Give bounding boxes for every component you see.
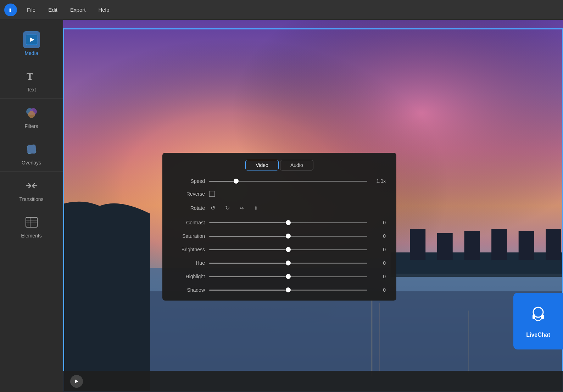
svg-rect-9	[27, 145, 36, 154]
filters-icon	[24, 105, 39, 120]
livechat-button[interactable]: LiveChat	[513, 293, 563, 349]
shadow-slider[interactable]	[209, 286, 367, 293]
svg-text:i!: i!	[9, 7, 11, 13]
menu-file[interactable]: File	[24, 5, 38, 14]
svg-text:T: T	[27, 71, 33, 82]
hue-row: Hue 0	[173, 259, 386, 267]
menu-edit[interactable]: Edit	[45, 5, 60, 14]
shadow-value: 0	[372, 287, 386, 293]
svg-marker-34	[75, 380, 78, 383]
sidebar-item-transitions[interactable]: Transitions	[0, 172, 63, 208]
svg-rect-10	[26, 217, 37, 227]
sidebar-label-text: Text	[27, 87, 36, 93]
highlight-slider[interactable]	[209, 273, 367, 280]
menu-export[interactable]: Export	[67, 5, 88, 14]
elements-icon	[24, 215, 39, 229]
sidebar-label-elements: Elements	[21, 233, 41, 239]
svg-rect-22	[464, 231, 480, 260]
reverse-label: Reverse	[173, 191, 205, 197]
hue-value: 0	[372, 260, 386, 266]
brightness-label: Brightness	[173, 247, 205, 252]
sidebar-item-media[interactable]: Media	[0, 26, 63, 62]
sidebar-label-overlays: Overlays	[22, 160, 41, 166]
speed-value: 1.0x	[372, 178, 386, 184]
livechat-label: LiveChat	[526, 332, 550, 338]
svg-rect-21	[437, 233, 453, 261]
contrast-value: 0	[372, 220, 386, 225]
sidebar-item-elements[interactable]: Elements	[0, 208, 63, 244]
content-area: Video Audio Speed 1.0x Reverse	[63, 20, 563, 392]
svg-rect-30	[468, 310, 469, 373]
svg-point-7	[28, 111, 35, 118]
flip-vertical-button[interactable]: ⇕	[252, 204, 260, 212]
sidebar-label-filters: Filters	[24, 123, 38, 129]
highlight-row: Highlight 0	[173, 273, 386, 280]
media-icon	[25, 33, 38, 46]
app-logo: i!	[4, 4, 17, 16]
speed-label: Speed	[173, 178, 205, 184]
sidebar-label-transitions: Transitions	[19, 196, 44, 202]
contrast-slider[interactable]	[209, 219, 367, 226]
rotate-label: Rotate	[173, 205, 205, 211]
sidebar-item-filters[interactable]: Filters	[0, 99, 63, 135]
rotate-row: Rotate ↺ ↻ ⇔ ⇕	[173, 203, 386, 213]
reverse-row: Reverse	[173, 191, 386, 197]
sidebar: Media T Text Filters	[0, 20, 63, 392]
properties-panel: Video Audio Speed 1.0x Reverse	[162, 153, 396, 301]
menu-help[interactable]: Help	[95, 5, 112, 14]
brightness-value: 0	[372, 247, 386, 252]
shadow-label: Shadow	[173, 287, 205, 293]
contrast-row: Contrast 0	[173, 219, 386, 226]
svg-rect-20	[410, 229, 425, 261]
rotate-cw-button[interactable]: ↻	[224, 203, 231, 213]
text-icon: T	[24, 69, 39, 83]
rotate-ccw-button[interactable]: ↺	[209, 203, 217, 213]
saturation-value: 0	[372, 233, 386, 239]
sidebar-label-media: Media	[24, 50, 38, 56]
sidebar-item-overlays[interactable]: Overlays	[0, 135, 63, 172]
svg-rect-23	[491, 229, 507, 261]
main-layout: Media T Text Filters	[0, 20, 563, 392]
play-button[interactable]	[70, 375, 83, 388]
brightness-row: Brightness 0	[173, 246, 386, 253]
shadow-row: Shadow 0	[173, 286, 386, 293]
svg-rect-32	[533, 314, 535, 319]
panel-tabs: Video Audio	[173, 160, 386, 170]
transitions-icon-wrap	[23, 177, 40, 194]
bottom-controls	[63, 371, 563, 392]
saturation-slider[interactable]	[209, 233, 367, 240]
tab-audio[interactable]: Audio	[280, 160, 313, 170]
svg-rect-33	[541, 314, 544, 319]
filters-icon-wrap	[23, 104, 40, 121]
elements-icon-wrap	[23, 214, 40, 231]
media-icon-wrap	[23, 31, 40, 48]
svg-rect-24	[519, 231, 534, 260]
speed-slider[interactable]	[209, 178, 367, 185]
speed-row: Speed 1.0x	[173, 178, 386, 185]
svg-rect-25	[546, 229, 561, 261]
svg-rect-26	[391, 274, 563, 277]
menu-bar: i! File Edit Export Help	[0, 0, 563, 20]
flip-horizontal-button[interactable]: ⇔	[238, 204, 245, 212]
overlays-icon-wrap	[23, 141, 40, 158]
transitions-icon	[24, 179, 39, 193]
reverse-checkbox[interactable]	[209, 191, 215, 197]
highlight-value: 0	[372, 274, 386, 279]
tab-video[interactable]: Video	[245, 160, 279, 170]
saturation-label: Saturation	[173, 233, 205, 239]
contrast-label: Contrast	[173, 220, 205, 225]
highlight-label: Highlight	[173, 274, 205, 279]
hue-slider[interactable]	[209, 259, 367, 267]
brightness-slider[interactable]	[209, 246, 367, 253]
svg-rect-28	[371, 299, 372, 377]
rotate-controls: ↺ ↻ ⇔ ⇕	[209, 203, 386, 213]
text-icon-wrap: T	[23, 68, 40, 85]
overlays-icon	[24, 142, 39, 156]
headset-icon	[528, 304, 548, 328]
sidebar-item-text[interactable]: T Text	[0, 62, 63, 99]
saturation-row: Saturation 0	[173, 233, 386, 240]
hue-label: Hue	[173, 260, 205, 266]
svg-rect-29	[379, 303, 380, 373]
